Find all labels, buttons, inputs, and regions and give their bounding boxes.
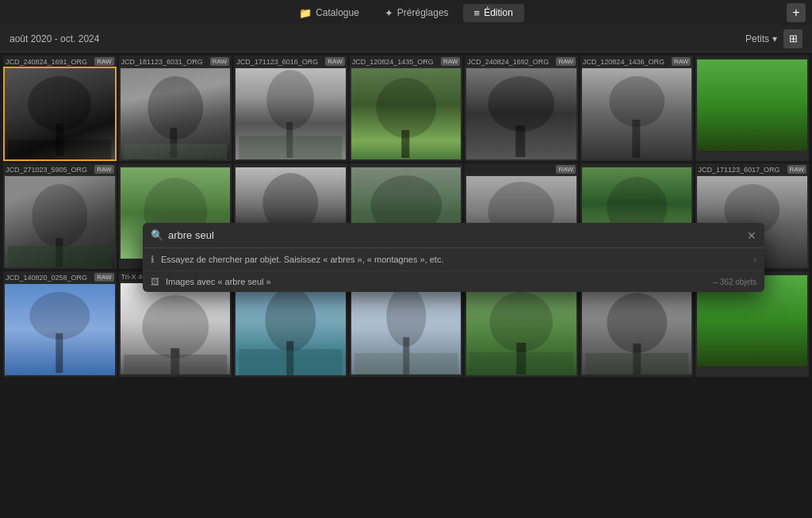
photo-label-r2-5: RAW	[465, 163, 578, 175]
photo-label-3: JCD_171123_6016_ORG RAW	[234, 56, 347, 67]
photo-row-1: JCD_240824_1691_ORG RAW JCD_18	[0, 52, 812, 161]
suggestion-arrow: ›	[753, 255, 756, 264]
svg-rect-35	[124, 355, 227, 374]
chevron-down-icon: ▾	[772, 33, 777, 44]
image-icon: 🖼	[151, 277, 159, 286]
photo-cell-r3-1[interactable]: JCD_140820_0258_ORG RAW	[3, 271, 117, 377]
photo-label-r2-7: JCD_171123_6017_ORG RAW	[695, 163, 809, 175]
search-suggestion-text: Essayez de chercher par objet. Saisissez…	[161, 255, 443, 264]
size-selector[interactable]: Petits ▾	[745, 33, 777, 44]
result-count: – 362 objets	[714, 278, 757, 286]
search-overlay: 🔍 ✕ ℹ Essayez de chercher par objet. Sai…	[143, 223, 764, 292]
svg-rect-38	[239, 349, 342, 375]
catalogue-icon: 📁	[299, 7, 312, 19]
edition-icon: ≡	[474, 7, 481, 19]
raw-badge-5: RAW	[556, 57, 575, 66]
search-result-text: Images avec « arbre seul »	[166, 277, 271, 286]
photo-cell-7[interactable]	[695, 56, 809, 161]
raw-badge-r2-1: RAW	[94, 165, 113, 174]
raw-badge-4: RAW	[441, 57, 460, 66]
photo-name-r2-7: JCD_171123_6017_ORG	[698, 166, 784, 174]
photo-name-5: JCD_240824_1692_ORG	[467, 58, 553, 66]
main-content: JCD_240824_1691_ORG RAW JCD_18	[0, 52, 812, 518]
toolbar: août 2020 - oct. 2024 Petits ▾ ⊞	[0, 25, 812, 52]
presets-button[interactable]: ✦ Préréglages	[373, 4, 460, 22]
edition-label: Édition	[484, 7, 513, 18]
photo-name-6: JCD_120824_1436_ORG	[583, 58, 669, 66]
raw-badge-r3-1: RAW	[94, 273, 113, 282]
svg-rect-17	[8, 246, 111, 267]
svg-rect-8	[239, 136, 342, 159]
svg-rect-44	[470, 352, 573, 375]
photo-label-r2-1: JCD_271023_5905_ORG RAW	[3, 163, 117, 175]
presets-icon: ✦	[385, 7, 393, 19]
photo-label-4: JCD_120824_1435_ORG RAW	[350, 56, 463, 67]
raw-badge-2: RAW	[210, 57, 229, 66]
raw-badge-1: RAW	[94, 57, 113, 66]
photo-label-1: JCD_240824_1691_ORG RAW	[3, 56, 117, 67]
toolbar-right: Petits ▾ ⊞	[745, 29, 802, 48]
module-icon-button[interactable]: ⊞	[783, 29, 802, 48]
svg-point-0	[28, 76, 91, 132]
photo-label-6: JCD_120824_1436_ORG RAW	[580, 56, 694, 67]
photo-name-3: JCD_171123_6016_ORG	[236, 58, 323, 66]
photo-label-r3-1: JCD_140820_0258_ORG RAW	[3, 271, 117, 282]
svg-rect-10	[401, 130, 409, 158]
photo-name-2: JCD_181123_6031_ORG	[121, 58, 208, 66]
presets-label: Préréglages	[397, 7, 449, 18]
svg-point-9	[376, 78, 436, 138]
svg-point-31	[29, 292, 90, 340]
raw-badge-3: RAW	[325, 57, 344, 66]
search-input-row: 🔍 ✕	[143, 223, 764, 248]
photo-cell-1[interactable]: JCD_240824_1691_ORG RAW	[3, 56, 117, 161]
edition-button[interactable]: ≡ Édition	[463, 4, 524, 22]
search-suggestion-row[interactable]: ℹ Essayez de chercher par objet. Saisiss…	[143, 248, 764, 271]
raw-badge-6: RAW	[672, 57, 691, 66]
search-result-row[interactable]: 🖼 Images avec « arbre seul » – 362 objet…	[143, 271, 764, 292]
photo-cell-3[interactable]: JCD_171123_6016_ORG RAW	[234, 56, 347, 161]
svg-rect-5	[124, 144, 227, 159]
svg-rect-32	[56, 333, 63, 373]
clear-search-button[interactable]: ✕	[747, 230, 756, 241]
photo-name-r2-1: JCD_271023_5905_ORG	[6, 166, 92, 174]
svg-rect-47	[585, 353, 688, 374]
photo-name-4: JCD_120824_1435_ORG	[352, 58, 439, 66]
svg-point-11	[488, 76, 555, 132]
info-icon: ℹ	[151, 254, 155, 265]
catalogue-button[interactable]: 📁 Catalogue	[288, 4, 370, 22]
search-input[interactable]	[168, 229, 742, 241]
svg-rect-2	[8, 140, 111, 159]
photo-name-r3-1: JCD_140820_0258_ORG	[6, 274, 92, 282]
photo-cell-2[interactable]: JCD_181123_6031_ORG RAW	[119, 56, 232, 161]
photo-label-2: JCD_181123_6031_ORG RAW	[119, 56, 232, 67]
photo-cell-4[interactable]: JCD_120824_1435_ORG RAW	[350, 56, 463, 161]
svg-point-6	[266, 70, 314, 130]
raw-badge-r2-7: RAW	[787, 165, 806, 174]
size-label: Petits	[745, 33, 769, 44]
photo-name-1: JCD_240824_1691_ORG	[6, 58, 92, 66]
svg-rect-12	[516, 125, 526, 157]
photo-cell-6[interactable]: JCD_120824_1436_ORG RAW	[580, 56, 694, 161]
catalogue-label: Catalogue	[316, 7, 359, 18]
photo-cell-r2-1[interactable]: JCD_271023_5905_ORG RAW	[3, 163, 117, 269]
date-range: août 2020 - oct. 2024	[10, 33, 99, 44]
top-navigation: 📁 Catalogue ✦ Préréglages ≡ Édition +	[0, 0, 812, 25]
svg-rect-41	[354, 353, 458, 374]
svg-rect-14	[632, 120, 640, 158]
photo-label-5: JCD_240824_1692_ORG RAW	[465, 56, 578, 67]
search-icon: 🔍	[151, 229, 163, 241]
add-button[interactable]: +	[787, 3, 806, 22]
photo-grid: JCD_240824_1691_ORG RAW JCD_18	[0, 52, 812, 377]
raw-badge-r2-5: RAW	[556, 165, 575, 174]
svg-point-13	[609, 76, 665, 127]
photo-cell-5[interactable]: JCD_240824_1692_ORG RAW	[465, 56, 578, 161]
